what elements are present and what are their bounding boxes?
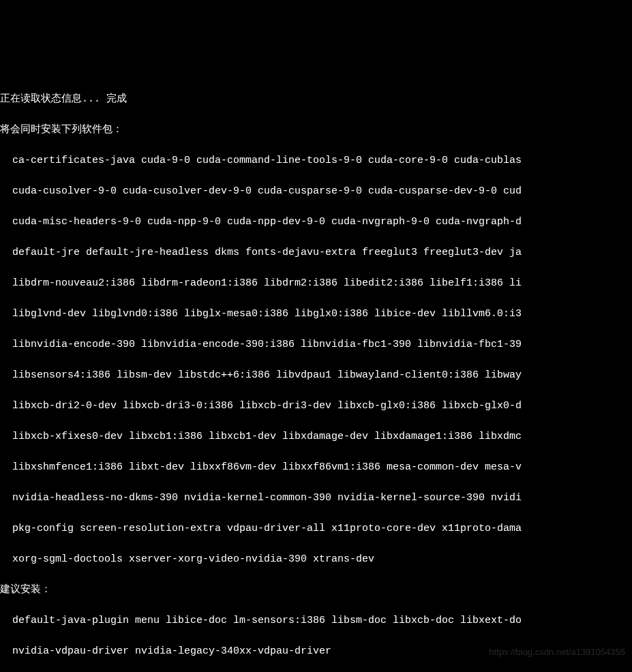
package-line: xorg-sgml-doctools xserver-xorg-video-nv… [0,552,632,568]
package-line: libxshmfence1:i386 libxt-dev libxxf86vm-… [0,460,632,476]
extra-install-header: 将会同时安装下列软件包： [0,123,632,138]
package-line: libglvnd-dev libglvnd0:i386 libglx-mesa0… [0,307,632,322]
package-line: default-java-plugin menu libice-doc lm-s… [0,613,632,629]
package-line: pkg-config screen-resolution-extra vdpau… [0,521,632,537]
package-line: default-jre default-jre-headless dkms fo… [0,245,632,261]
package-line: ca-certificates-java cuda-9-0 cuda-comma… [0,153,632,169]
package-line: libnvidia-encode-390 libnvidia-encode-39… [0,337,632,353]
package-line: cuda-misc-headers-9-0 cuda-npp-9-0 cuda-… [0,215,632,230]
terminal-output: 正在读取状态信息... 完成 将会同时安装下列软件包： ca-certifica… [0,77,632,673]
package-line: libdrm-nouveau2:i386 libdrm-radeon1:i386… [0,276,632,292]
package-line: nvidia-headless-no-dkms-390 nvidia-kerne… [0,491,632,506]
package-line: libsensors4:i386 libsm-dev libstdc++6:i3… [0,368,632,384]
status-reading: 正在读取状态信息... 完成 [0,92,632,108]
package-line: cuda-cusolver-9-0 cuda-cusolver-dev-9-0 … [0,184,632,200]
suggested-header: 建议安装： [0,583,632,598]
package-line: libxcb-dri2-0-dev libxcb-dri3-0:i386 lib… [0,399,632,414]
watermark-text: https://blog.csdn.net/a1391054355 [490,645,626,659]
package-line: libxcb-xfixes0-dev libxcb1:i386 libxcb1-… [0,429,632,445]
